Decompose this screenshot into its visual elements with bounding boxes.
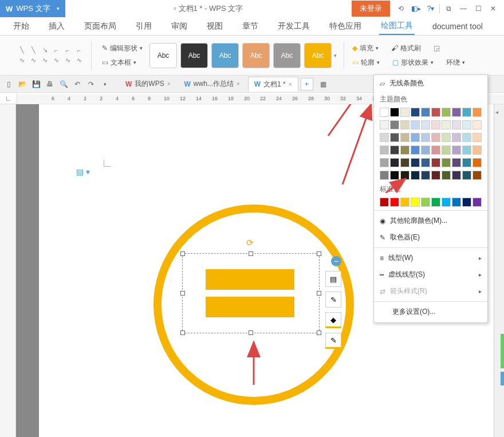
resize-handle[interactable]: [180, 291, 185, 296]
color-swatch[interactable]: [380, 145, 389, 155]
color-swatch[interactable]: [462, 108, 471, 117]
color-swatch[interactable]: [442, 133, 451, 142]
arrow-style[interactable]: ⇄ 箭头样式(R) ▸: [374, 283, 487, 300]
fill-shape-icon[interactable]: ◆: [325, 312, 341, 328]
color-swatch[interactable]: [472, 145, 482, 155]
rect-shape[interactable]: [206, 297, 294, 317]
style-black[interactable]: Abc: [180, 43, 208, 68]
menu-reference[interactable]: 引用: [134, 18, 153, 34]
layout-options-icon[interactable]: ▤: [325, 271, 341, 287]
menu-insert[interactable]: 插入: [47, 18, 66, 34]
color-swatch[interactable]: [400, 145, 410, 155]
selection-box[interactable]: ⟳: [182, 253, 320, 333]
edit-points-icon[interactable]: ✎: [325, 292, 341, 308]
menu-review[interactable]: 审阅: [170, 18, 189, 34]
color-swatch[interactable]: [452, 120, 461, 129]
color-swatch[interactable]: [411, 158, 420, 167]
color-swatch[interactable]: [411, 171, 420, 180]
menu-layout[interactable]: 页面布局: [82, 18, 118, 34]
color-swatch[interactable]: [411, 120, 420, 129]
color-swatch[interactable]: [400, 120, 410, 129]
side-handle-green[interactable]: [501, 334, 504, 368]
task-pane-collapsed[interactable]: ◂: [494, 104, 504, 437]
color-swatch[interactable]: [442, 108, 451, 117]
resize-handle[interactable]: [180, 330, 185, 335]
color-swatch[interactable]: [462, 171, 471, 180]
outline-shape-icon[interactable]: ✎: [325, 333, 341, 349]
color-swatch[interactable]: [390, 108, 399, 117]
color-swatch[interactable]: [421, 145, 430, 155]
color-swatch[interactable]: [400, 108, 410, 117]
color-swatch[interactable]: [442, 198, 451, 207]
color-swatch[interactable]: [442, 120, 451, 129]
tab-list-icon[interactable]: ▦: [318, 78, 329, 90]
more-settings[interactable]: 更多设置(O)...: [374, 304, 487, 320]
undo-icon[interactable]: ↶: [72, 78, 83, 90]
color-swatch[interactable]: [431, 145, 440, 155]
color-swatch[interactable]: [411, 133, 420, 142]
eyedropper[interactable]: ✎ 取色器(E): [374, 229, 487, 246]
gallery-more-icon[interactable]: ▾: [334, 53, 337, 58]
color-swatch[interactable]: [452, 108, 461, 117]
color-swatch[interactable]: [452, 198, 461, 207]
wrap-button[interactable]: 环绕▾: [443, 57, 468, 69]
format-brush-button[interactable]: 🖌格式刷: [388, 42, 424, 54]
shape-effect-button[interactable]: ▢形状效果▾: [389, 57, 437, 69]
color-swatch[interactable]: [431, 171, 440, 180]
color-swatch[interactable]: [400, 198, 410, 207]
menu-view[interactable]: 视图: [205, 18, 225, 34]
new-tab-button[interactable]: +: [301, 78, 313, 90]
color-swatch[interactable]: [400, 158, 410, 167]
paragraph-options-icon[interactable]: ▤ ▾: [76, 167, 90, 176]
color-swatch[interactable]: [472, 171, 482, 180]
color-swatch[interactable]: [421, 120, 430, 129]
line-shapes-gallery[interactable]: ╲╲↘⌐⌐⌐ ∿∿∿∿∿∿: [13, 46, 88, 65]
color-swatch[interactable]: [462, 145, 471, 155]
menu-doctool[interactable]: document tool: [431, 19, 485, 34]
style-gray[interactable]: Abc: [273, 43, 301, 68]
color-swatch[interactable]: [472, 133, 482, 142]
preview-icon[interactable]: 🔍: [58, 78, 69, 90]
tab-close-icon[interactable]: ×: [237, 81, 240, 87]
color-swatch[interactable]: [421, 171, 430, 180]
resize-handle[interactable]: [317, 251, 321, 256]
tab-close-icon[interactable]: ×: [289, 81, 292, 88]
menu-chapter[interactable]: 章节: [241, 18, 260, 34]
wrap-more-icon[interactable]: ◲: [430, 42, 443, 54]
app-brand[interactable]: W WPS 文字 ▾: [0, 0, 65, 17]
menu-start[interactable]: 开始: [11, 18, 31, 34]
resize-handle[interactable]: [249, 251, 253, 256]
edit-shape-button[interactable]: ✎ 编辑形状▾: [99, 42, 146, 54]
color-swatch[interactable]: [421, 198, 430, 207]
color-swatch[interactable]: [431, 133, 440, 142]
outline-button[interactable]: ▭轮廓▾: [349, 57, 383, 69]
compact-icon[interactable]: ⧉: [442, 2, 455, 15]
color-swatch[interactable]: [462, 120, 471, 129]
menu-devtools[interactable]: 开发工具: [276, 18, 312, 34]
collapse-icon[interactable]: −: [331, 256, 341, 266]
color-swatch[interactable]: [452, 158, 461, 167]
color-swatch[interactable]: [452, 133, 461, 142]
close-button[interactable]: ✕: [487, 2, 499, 15]
side-handle-blue[interactable]: [501, 372, 504, 385]
fill-button[interactable]: ◆填充▾: [349, 42, 382, 54]
color-swatch[interactable]: [431, 108, 440, 117]
color-swatch[interactable]: [411, 145, 420, 155]
color-swatch[interactable]: [421, 158, 430, 167]
sync-icon[interactable]: ⟲: [395, 2, 407, 15]
rect-shape[interactable]: [206, 269, 294, 290]
color-swatch[interactable]: [380, 158, 389, 167]
skin-icon[interactable]: ◧▸: [410, 2, 422, 15]
textbox-button[interactable]: ▭ 文本框▾: [99, 57, 146, 69]
color-swatch[interactable]: [472, 108, 482, 117]
color-swatch[interactable]: [442, 171, 451, 180]
color-swatch[interactable]: [452, 171, 461, 180]
style-blue[interactable]: Abc: [211, 43, 239, 68]
color-swatch[interactable]: [390, 158, 399, 167]
maximize-button[interactable]: ☐: [472, 2, 485, 15]
ruler-corner[interactable]: ∟: [0, 93, 17, 104]
color-swatch[interactable]: [452, 145, 461, 155]
qa-more-icon[interactable]: ▾: [99, 78, 111, 90]
color-swatch[interactable]: [390, 133, 399, 142]
print-icon[interactable]: 🖶: [44, 78, 56, 90]
